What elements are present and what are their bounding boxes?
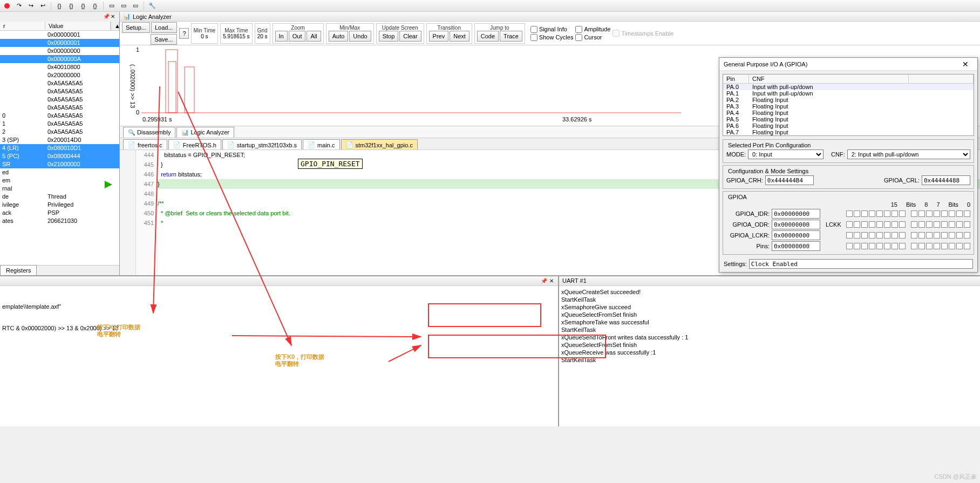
register-row[interactable]: 0x0000000A — [0, 55, 119, 63]
braces-icon[interactable]: {} — [90, 1, 100, 11]
register-row[interactable]: em — [0, 176, 119, 185]
register-row[interactable]: 4 (LR)0x080010D1 — [0, 144, 119, 152]
pin-row[interactable]: PA.7Floating Input — [723, 129, 974, 135]
setup-button[interactable]: Setup... — [122, 22, 150, 33]
pin-row[interactable]: PA.3Floating Input — [723, 103, 974, 110]
tool-icon[interactable]: 🔧 — [147, 1, 157, 11]
bit-checkbox[interactable] — [854, 221, 860, 228]
close-icon[interactable]: ✕ — [958, 60, 973, 69]
bit-checkbox[interactable] — [884, 221, 890, 228]
pin-table[interactable]: PinCNF PA.0Input with pull-up/downPA.1In… — [723, 74, 974, 136]
zoom-out-button[interactable]: Out — [289, 31, 306, 42]
bit-checkbox[interactable] — [911, 243, 917, 249]
bit-checkbox[interactable] — [926, 232, 933, 239]
bit-checkbox[interactable] — [846, 221, 853, 228]
bit-checkbox[interactable] — [861, 243, 868, 249]
tab-logic-analyzer[interactable]: 📊 Logic Analyzer — [176, 127, 234, 138]
register-row[interactable]: 0xA5A5A5A5 — [0, 87, 119, 96]
zoom-all-button[interactable]: All — [307, 31, 321, 42]
bit-checkbox[interactable] — [869, 210, 875, 217]
register-row[interactable]: SR0x21000000 — [0, 160, 119, 168]
register-row[interactable]: 0x00000001 — [0, 31, 119, 39]
stop-button[interactable]: Stop — [379, 31, 399, 42]
bit-checkbox[interactable] — [934, 243, 940, 249]
bit-checkbox[interactable] — [854, 243, 860, 249]
code-button[interactable]: Code — [477, 31, 499, 42]
close-icon[interactable]: ✕ — [111, 13, 117, 20]
bit-checkbox[interactable] — [846, 243, 853, 249]
register-row[interactable]: ed — [0, 168, 119, 176]
bit-checkbox[interactable] — [949, 232, 955, 239]
bit-checkbox[interactable] — [899, 243, 906, 249]
bit-checkbox[interactable] — [926, 210, 933, 217]
bit-checkbox[interactable] — [911, 210, 917, 217]
bit-checkbox[interactable] — [926, 221, 933, 228]
next-button[interactable]: Next — [450, 31, 469, 42]
window-icon[interactable]: ▭ — [107, 1, 117, 11]
bit-checkbox[interactable] — [899, 221, 906, 228]
register-row[interactable]: deThread — [0, 193, 119, 201]
crh-field[interactable] — [765, 175, 814, 185]
register-row[interactable]: 0x40010800 — [0, 63, 119, 71]
register-row[interactable]: 0x00000000 — [0, 47, 119, 55]
save-button[interactable]: Save... — [151, 34, 176, 45]
bit-checkbox[interactable] — [918, 221, 925, 228]
register-row[interactable]: 10xA5A5A5A5 — [0, 120, 119, 128]
clear-button[interactable]: Clear — [399, 31, 421, 42]
bit-checkbox[interactable] — [934, 210, 940, 217]
bit-checkbox[interactable] — [876, 221, 883, 228]
bit-checkbox[interactable] — [941, 232, 948, 239]
pin-row[interactable]: PA.0Input with pull-up/down — [723, 84, 974, 90]
bit-checkbox[interactable] — [884, 210, 890, 217]
load-button[interactable]: Load... — [151, 22, 177, 33]
bit-checkbox[interactable] — [869, 232, 875, 239]
bit-checkbox[interactable] — [949, 210, 955, 217]
pin-icon[interactable]: 📌 — [103, 13, 110, 20]
cursor-checkbox[interactable]: Cursor — [575, 34, 610, 41]
bit-checkbox[interactable] — [918, 243, 925, 249]
show-cycles-checkbox[interactable]: Show Cycles — [530, 34, 574, 41]
pin-row[interactable]: PA.5Floating Input — [723, 116, 974, 123]
bit-checkbox[interactable] — [876, 210, 883, 217]
bit-checkbox[interactable] — [918, 232, 925, 239]
stop-debug-icon[interactable] — [2, 1, 12, 11]
step-over-icon[interactable]: ↪ — [26, 1, 36, 11]
file-tab[interactable]: 📄freertos.c — [123, 139, 167, 149]
register-row[interactable]: ackPSP — [0, 209, 119, 217]
register-row[interactable]: ivilegePrivileged — [0, 201, 119, 209]
trace-button[interactable]: Trace — [500, 31, 522, 42]
pins-field[interactable] — [772, 241, 820, 251]
register-row[interactable]: 20xA5A5A5A5 — [0, 128, 119, 136]
step-icon[interactable]: ↷ — [14, 1, 24, 11]
zoom-in-button[interactable]: In — [275, 31, 288, 42]
register-row[interactable]: 0x00000001 — [0, 39, 119, 47]
braces-icon[interactable]: {} — [66, 1, 76, 11]
bit-checkbox[interactable] — [964, 243, 970, 249]
help-button[interactable]: ? — [179, 28, 189, 39]
bit-checkbox[interactable] — [956, 232, 963, 239]
bit-checkbox[interactable] — [884, 232, 890, 239]
bit-checkbox[interactable] — [949, 221, 955, 228]
bit-checkbox[interactable] — [869, 221, 875, 228]
bit-checkbox[interactable] — [911, 221, 917, 228]
mode-select[interactable]: 0: Input — [748, 149, 824, 159]
bit-checkbox[interactable] — [926, 243, 933, 249]
bit-checkbox[interactable] — [891, 232, 898, 239]
undo-button[interactable]: Undo — [349, 31, 371, 42]
bit-checkbox[interactable] — [891, 243, 898, 249]
bit-checkbox[interactable] — [846, 210, 853, 217]
pin-icon[interactable]: 📌 — [541, 278, 547, 284]
window-icon[interactable]: ▭ — [119, 1, 128, 11]
bit-checkbox[interactable] — [956, 221, 963, 228]
prev-button[interactable]: Prev — [429, 31, 449, 42]
bit-checkbox[interactable] — [884, 243, 890, 249]
step-out-icon[interactable]: ↩ — [38, 1, 47, 11]
bit-checkbox[interactable] — [949, 243, 955, 249]
bit-checkbox[interactable] — [918, 210, 925, 217]
pin-row[interactable]: PA.1Input with pull-up/down — [723, 90, 974, 97]
braces-icon[interactable]: {} — [78, 1, 88, 11]
bit-checkbox[interactable] — [964, 232, 970, 239]
pin-row[interactable]: PA.4Floating Input — [723, 110, 974, 116]
bit-checkbox[interactable] — [854, 232, 860, 239]
bit-checkbox[interactable] — [899, 232, 906, 239]
